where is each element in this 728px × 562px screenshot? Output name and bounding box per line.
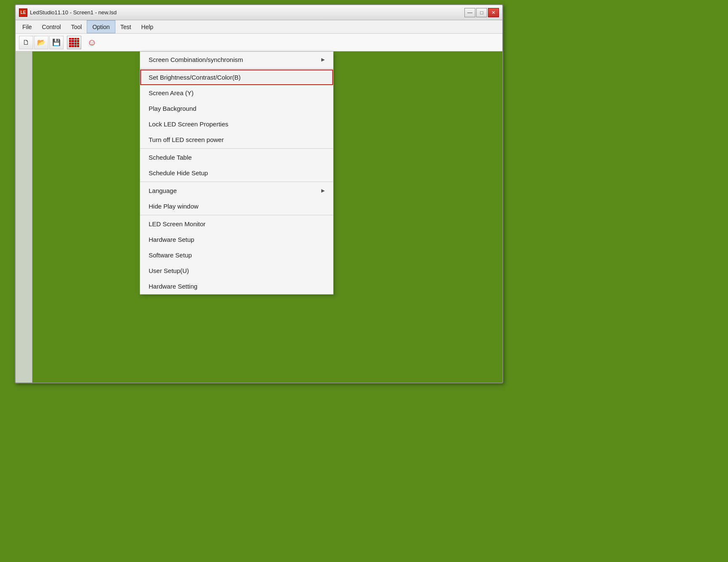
title-bar: LE LedStudio11.10 - Screen1 - new.lsd — … [16, 5, 502, 20]
toolbar: 🗋 📂 💾 ☺ [16, 34, 502, 51]
menu-lock-led[interactable]: Lock LED Screen Properties [140, 116, 333, 132]
main-window: LE LedStudio11.10 - Screen1 - new.lsd — … [15, 4, 503, 383]
menu-set-brightness[interactable]: Set Brightness/Contrast/Color(B) [140, 70, 333, 85]
submenu-arrow-icon: ▶ [321, 57, 325, 62]
menu-tool[interactable]: Tool [66, 20, 87, 33]
smiley-icon: ☺ [87, 37, 96, 48]
menu-option[interactable]: Option [87, 20, 115, 33]
main-area: Screen Combination/synchronism ▶ Set Bri… [16, 51, 502, 383]
language-submenu-arrow-icon: ▶ [321, 188, 325, 193]
menu-turn-off-led[interactable]: Turn off LED screen power [140, 132, 333, 147]
open-button[interactable]: 📂 [34, 36, 48, 49]
separator-4 [140, 215, 333, 215]
menu-schedule-table[interactable]: Schedule Table [140, 150, 333, 165]
window-controls: — □ ✕ [464, 8, 499, 17]
window-title: LedStudio11.10 - Screen1 - new.lsd [30, 9, 464, 16]
menu-screen-area[interactable]: Screen Area (Y) [140, 85, 333, 101]
maximize-button[interactable]: □ [476, 8, 487, 17]
open-icon: 📂 [37, 38, 45, 46]
menu-software-setup[interactable]: Software Setup [140, 247, 333, 263]
separator-2 [140, 148, 333, 149]
menu-language[interactable]: Language ▶ [140, 183, 333, 198]
save-button[interactable]: 💾 [49, 36, 64, 49]
left-sidebar [16, 51, 32, 383]
option-dropdown-menu: Screen Combination/synchronism ▶ Set Bri… [140, 51, 333, 294]
new-button[interactable]: 🗋 [19, 36, 33, 49]
app-icon: LE [19, 8, 27, 17]
close-button[interactable]: ✕ [488, 8, 499, 17]
menu-led-screen-monitor[interactable]: LED Screen Monitor [140, 216, 333, 232]
menu-test[interactable]: Test [115, 20, 136, 33]
menu-file[interactable]: File [17, 20, 37, 33]
minimize-button[interactable]: — [464, 8, 475, 17]
menu-control[interactable]: Control [37, 20, 66, 33]
menu-play-background[interactable]: Play Background [140, 101, 333, 116]
new-icon: 🗋 [23, 39, 29, 46]
separator-1 [140, 68, 333, 69]
menu-hide-play-window[interactable]: Hide Play window [140, 198, 333, 214]
save-icon: 💾 [52, 38, 61, 46]
menu-hardware-setting[interactable]: Hardware Setting [140, 278, 333, 294]
menu-hardware-setup[interactable]: Hardware Setup [140, 232, 333, 247]
grid-button[interactable] [67, 36, 81, 49]
menu-screen-combination[interactable]: Screen Combination/synchronism ▶ [140, 52, 333, 67]
menu-schedule-hide[interactable]: Schedule Hide Setup [140, 165, 333, 181]
menu-bar: File Control Tool Option Test Help [16, 20, 502, 34]
menu-user-setup[interactable]: User Setup(U) [140, 263, 333, 278]
menu-help[interactable]: Help [136, 20, 158, 33]
separator-3 [140, 182, 333, 182]
